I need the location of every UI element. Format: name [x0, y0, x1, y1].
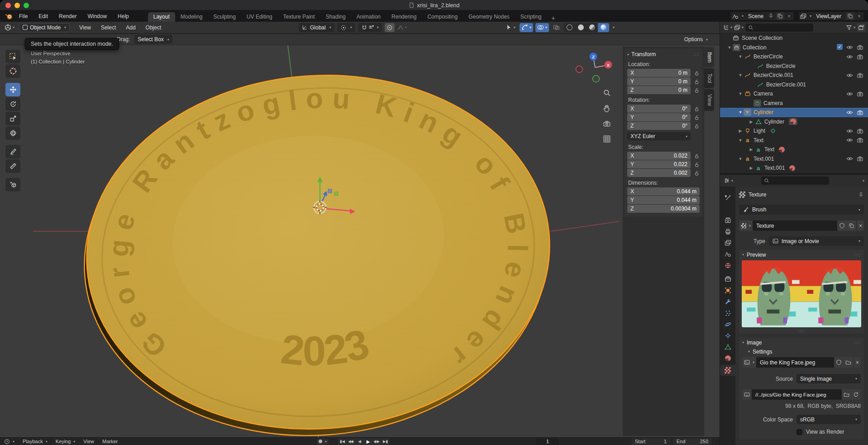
- browse-file-button[interactable]: [842, 389, 851, 400]
- editor-type-properties-button[interactable]: ▾: [724, 177, 733, 184]
- play-button[interactable]: ▶: [364, 438, 372, 445]
- image-browse-dropdown[interactable]: ▾: [742, 357, 756, 368]
- location-x-field[interactable]: X0 m: [627, 69, 691, 77]
- brush-selector-dropdown[interactable]: Brush ▾: [739, 205, 864, 215]
- visibility-dropdown[interactable]: ▾: [504, 23, 517, 32]
- shading-wireframe-button[interactable]: [564, 23, 575, 32]
- disable-render-icon[interactable]: [857, 109, 863, 116]
- proportional-falloff-dropdown[interactable]: ▾: [396, 23, 409, 32]
- display-mode-dropdown[interactable]: ▾: [734, 24, 744, 31]
- panel-drag-handle[interactable]: ::::: [854, 340, 861, 345]
- menu-keying[interactable]: Keying▾: [52, 439, 80, 444]
- outliner-row-beziercircle[interactable]: ▼ BezierCircle: [720, 52, 868, 62]
- annotate-tool[interactable]: [5, 145, 20, 158]
- gizmo-plane-handle[interactable]: [334, 192, 338, 196]
- rotate-tool[interactable]: [5, 97, 20, 111]
- tab-render-icon[interactable]: [720, 215, 735, 225]
- measure-tool[interactable]: [5, 159, 20, 173]
- menu-select[interactable]: Select: [96, 24, 121, 31]
- proportional-editing-toggle[interactable]: [385, 23, 395, 32]
- blender-logo-icon[interactable]: [5, 13, 14, 20]
- tab-modifiers-icon[interactable]: [720, 296, 735, 307]
- menu-timeline-view[interactable]: View: [79, 439, 98, 444]
- outliner-row-text001-data[interactable]: ▶ a Text.001: [720, 163, 868, 173]
- disable-render-icon[interactable]: [857, 53, 863, 60]
- panel-drag-handle[interactable]: ::::: [693, 52, 700, 57]
- add-cube-tool[interactable]: [5, 178, 20, 191]
- dimensions-z-field[interactable]: Z0.00304 m: [627, 205, 700, 213]
- tab-particles-icon[interactable]: [720, 307, 735, 318]
- pin-icon[interactable]: [768, 13, 774, 19]
- overlays-toggle[interactable]: ▾: [535, 23, 549, 32]
- expand-icon[interactable]: ▼: [737, 157, 744, 161]
- expand-icon[interactable]: ▶: [748, 166, 754, 170]
- tab-compositing[interactable]: Compositing: [422, 12, 463, 22]
- expand-icon[interactable]: ▶: [737, 129, 744, 133]
- scale-y-field[interactable]: Y0.022: [627, 160, 691, 168]
- lock-icon[interactable]: [691, 170, 700, 176]
- pin-id-icon[interactable]: [858, 192, 864, 198]
- cursor-tool[interactable]: [5, 64, 20, 78]
- tab-viewlayer-icon[interactable]: [720, 237, 735, 248]
- image-panel-header[interactable]: ▾ Image ::::: [739, 338, 864, 347]
- frame-end-field[interactable]: End 250: [673, 438, 712, 445]
- viewlayer-selector[interactable]: ▾ ViewLayer ×: [798, 11, 864, 21]
- expand-icon[interactable]: ▼: [726, 45, 733, 50]
- outliner-row-scene-collection[interactable]: Scene Collection: [720, 33, 868, 43]
- outliner-row-cylinder[interactable]: ▼ Cylinder: [720, 108, 868, 117]
- drag-mode-dropdown[interactable]: Select Box ▾: [134, 35, 172, 44]
- menu-marker[interactable]: Marker: [98, 439, 122, 444]
- location-y-field[interactable]: Y0 m: [627, 77, 691, 86]
- menu-render[interactable]: Render: [53, 13, 82, 19]
- zoom-icon[interactable]: [603, 89, 611, 97]
- collection-checkbox[interactable]: ✓: [837, 44, 843, 50]
- rotation-z-field[interactable]: Z0°: [627, 122, 691, 130]
- dimensions-x-field[interactable]: X0.044 m: [627, 187, 700, 196]
- snap-magnet-toggle[interactable]: [361, 24, 367, 31]
- jump-to-end-button[interactable]: ▶▮: [381, 438, 390, 445]
- disable-render-icon[interactable]: [857, 91, 863, 97]
- dimensions-y-field[interactable]: Y0.044 m: [627, 196, 700, 204]
- orientation-dropdown[interactable]: Global ▾: [299, 23, 334, 32]
- menu-edit[interactable]: Edit: [33, 13, 53, 19]
- outliner-row-cylinder-data[interactable]: ▶ Cylinder: [720, 117, 868, 127]
- editor-type-outliner-button[interactable]: ▾: [723, 24, 732, 31]
- fake-user-shield-button[interactable]: [834, 357, 844, 368]
- tab-modeling[interactable]: Modeling: [175, 12, 208, 22]
- disable-render-icon[interactable]: [857, 155, 863, 162]
- hide-eye-icon[interactable]: [846, 72, 853, 79]
- filepath-field[interactable]: //../pics/Gio the King Face.jpeg: [752, 389, 842, 400]
- tab-physics-icon[interactable]: [720, 319, 735, 330]
- fake-user-shield-button[interactable]: [837, 220, 847, 231]
- tab-object-icon[interactable]: [720, 285, 735, 296]
- next-keyframe-button[interactable]: ◆▶: [372, 438, 381, 445]
- new-scene-button[interactable]: [776, 12, 784, 20]
- tab-geometry-nodes[interactable]: Geometry Nodes: [463, 12, 515, 22]
- move-gizmo[interactable]: [284, 171, 361, 248]
- options-dropdown[interactable]: Options▾: [684, 36, 708, 43]
- disable-render-icon[interactable]: [857, 137, 863, 144]
- tab-object-data-icon[interactable]: [720, 341, 735, 352]
- add-workspace-button[interactable]: +: [547, 14, 560, 22]
- menu-window[interactable]: Window: [82, 13, 112, 19]
- outliner-row-beziercircle001-data[interactable]: BezierCircle.001: [720, 80, 868, 90]
- tab-collection-icon[interactable]: [720, 273, 735, 284]
- gizmos-toggle[interactable]: ▾: [520, 23, 533, 32]
- shading-material-button[interactable]: [587, 23, 598, 32]
- tab-sculpting[interactable]: Sculpting: [208, 12, 241, 22]
- tab-texture-icon[interactable]: [720, 365, 735, 376]
- shading-rendered-button[interactable]: [598, 23, 609, 32]
- lock-icon[interactable]: [691, 106, 700, 112]
- transform-tool[interactable]: [5, 126, 20, 140]
- source-dropdown[interactable]: Single Image ▾: [796, 374, 861, 383]
- lock-icon[interactable]: [691, 123, 700, 129]
- duplicate-datablock-button[interactable]: [847, 220, 856, 231]
- tab-rendering[interactable]: Rendering: [386, 12, 422, 22]
- hide-eye-icon[interactable]: [846, 128, 853, 134]
- lock-icon[interactable]: [691, 70, 700, 76]
- colorspace-dropdown[interactable]: sRGB ▾: [796, 415, 861, 424]
- mode-dropdown[interactable]: Object Mode ▾: [19, 23, 70, 32]
- snap-target-dropdown[interactable]: [368, 24, 375, 31]
- expand-icon[interactable]: ▶: [748, 147, 754, 152]
- lock-icon[interactable]: [691, 79, 700, 85]
